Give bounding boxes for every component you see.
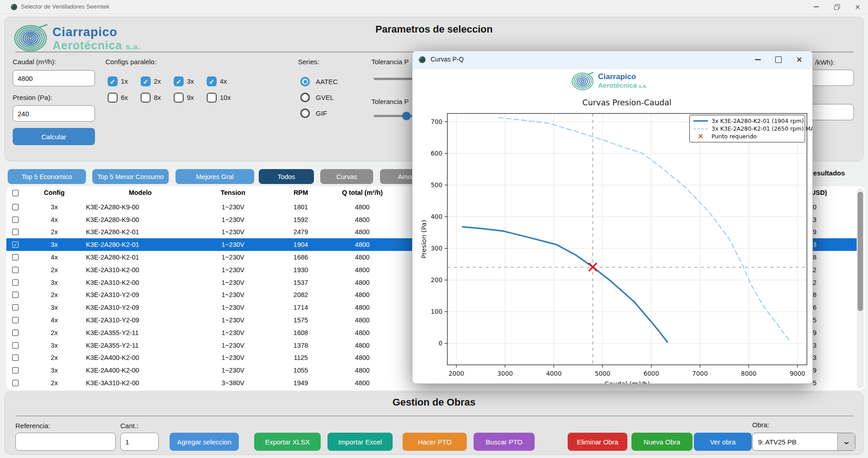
cell-qtotal: 4800 — [324, 329, 401, 336]
chart-legend: 3x K3E-2A280-K2-01 (1904 rpm) 3x K3E-2A2… — [689, 115, 805, 142]
buscar-pto-button[interactable]: Buscar PTO — [474, 433, 535, 451]
series-radio-GVEL[interactable] — [300, 93, 310, 102]
select-all-checkbox[interactable] — [12, 190, 19, 196]
config-checkbox-8x[interactable] — [141, 93, 151, 103]
cell-modelo: K3E-2A310-K2-00 — [86, 266, 194, 274]
cant-label: Cant.: — [120, 422, 138, 430]
svg-text:0: 0 — [438, 340, 442, 347]
minimize-button[interactable] — [806, 0, 826, 14]
svg-text:7000: 7000 — [692, 370, 707, 377]
cell-config: 2x — [23, 266, 86, 274]
brand-sub: Aerotécnica s.a. — [52, 39, 140, 52]
row-checkbox[interactable] — [12, 204, 19, 210]
obra-label: Obra: — [752, 421, 769, 429]
config-checkbox-3x[interactable]: ✓ — [174, 76, 184, 86]
cell-usd: 0 — [813, 203, 849, 211]
cell-rpm: 1904 — [276, 241, 326, 248]
column-header-usd[interactable]: (USD) — [809, 189, 854, 196]
config-checkbox-2x[interactable]: ✓ — [141, 76, 151, 86]
column-header-q-total-m-h-[interactable]: Q total (m³/h) — [324, 189, 401, 196]
tab-mejores-gral[interactable]: Mejores Gral — [175, 169, 254, 184]
eliminar-obra-button[interactable]: Eliminar Obra — [568, 433, 627, 451]
presion-input[interactable] — [13, 105, 95, 122]
config-checkbox-9x[interactable] — [174, 93, 184, 103]
cell-modelo: K3E-2A400-K2-00 — [86, 354, 194, 361]
dialog-maximize-button[interactable] — [768, 51, 789, 68]
obra-select[interactable]: 9: ATV25 PB ⌄ — [752, 433, 855, 451]
cell-config: 2x — [23, 329, 86, 336]
tab-todos[interactable]: Todos — [259, 169, 314, 184]
close-button[interactable]: ✕ — [847, 0, 868, 14]
series-label-GIF: GIF — [316, 109, 327, 117]
row-checkbox[interactable] — [12, 229, 19, 235]
series-radio-GIF[interactable] — [300, 109, 310, 118]
row-checkbox[interactable] — [12, 367, 19, 373]
row-checkbox[interactable] — [12, 217, 19, 223]
table-scrollbar-thumb[interactable] — [858, 192, 863, 311]
brand-suffix: s.a. — [126, 42, 140, 51]
config-label-10x: 10x — [220, 94, 231, 101]
tab-curvas[interactable]: Curvas — [320, 169, 373, 184]
row-checkbox[interactable] — [12, 354, 19, 361]
legend-item-point: ✕ Punto requerido — [693, 132, 801, 140]
cell-modelo: K3E-2A310-Y2-09 — [86, 316, 194, 324]
ver-obra-button[interactable]: Ver obra — [694, 433, 752, 451]
tab-top-5-menor-consumo[interactable]: Top 5 Menor Consumo — [92, 169, 169, 184]
nueva-obra-button[interactable]: Nueva Obra — [631, 433, 693, 451]
window-title: Selector de Ventiladores Seemtek — [21, 3, 109, 10]
row-checkbox[interactable] — [12, 330, 19, 336]
config-label-8x: 8x — [154, 94, 161, 101]
config-checkbox-6x[interactable] — [108, 93, 118, 103]
calcular-button[interactable]: Calcular — [13, 128, 95, 145]
cant-input[interactable] — [120, 433, 159, 451]
row-checkbox[interactable] — [12, 342, 19, 349]
row-checkbox[interactable] — [12, 254, 19, 260]
cell-config: 2x — [23, 379, 86, 387]
agregar-seleccion-button[interactable]: Agregar seleccion — [170, 433, 239, 451]
importar-excel-button[interactable]: Importar Excel — [327, 433, 393, 451]
cell-rpm: 1801 — [276, 203, 326, 211]
row-checkbox[interactable] — [12, 279, 19, 286]
caudal-input[interactable] — [13, 70, 95, 86]
check-icon: ✓ — [143, 78, 149, 85]
row-checkbox[interactable] — [12, 304, 19, 311]
column-header-config[interactable]: Config — [23, 189, 86, 196]
tolerancia1-slider[interactable] — [374, 78, 417, 80]
row-checkbox[interactable]: ✓ — [12, 241, 19, 248]
row-checkbox[interactable] — [12, 317, 19, 323]
row-checkbox[interactable] — [12, 267, 19, 273]
cell-usd: 5 — [813, 316, 849, 324]
column-header-modelo[interactable]: Modelo — [86, 189, 194, 196]
curvas-pq-dialog: Curvas P-Q ✕ Ciarrapico Aerotécnica s.a.… — [412, 51, 813, 384]
row-checkbox[interactable] — [12, 292, 19, 298]
cell-rpm: 1125 — [276, 354, 326, 361]
cell-modelo: K3E-2A310-Y2-09 — [86, 304, 194, 311]
tolerancia2-slider-handle[interactable] — [402, 112, 411, 120]
panel-title: Parametros de seleccion — [5, 24, 863, 35]
chevron-down-icon[interactable]: ⌄ — [837, 433, 855, 450]
config-checkbox-1x[interactable]: ✓ — [108, 76, 118, 86]
cell-usd: 3 — [813, 342, 849, 349]
obras-separator — [15, 416, 854, 416]
restore-button[interactable] — [826, 0, 847, 14]
series-radio-AATEC[interactable] — [300, 77, 310, 86]
dialog-close-button[interactable]: ✕ — [789, 51, 810, 68]
config-label-6x: 6x — [121, 94, 128, 101]
cell-modelo: K3E-2A355-Y2-11 — [86, 329, 194, 336]
cell-tension: 1~230V — [190, 329, 276, 336]
config-checkbox-10x[interactable] — [207, 93, 217, 103]
tab-top-5-economico[interactable]: Top 5 Economico — [8, 169, 86, 184]
cell-tension: 1~230V — [190, 279, 276, 286]
hacer-pto-button[interactable]: Hacer PTO — [403, 433, 467, 451]
cell-rpm: 2082 — [276, 291, 326, 298]
cell-rpm: 1930 — [276, 266, 326, 274]
column-header-rpm[interactable]: RPM — [276, 189, 326, 196]
row-checkbox[interactable] — [12, 380, 19, 386]
legend-label: 3x K3E-2A280-K2-01 (1904 rpm) — [711, 118, 804, 124]
config-checkbox-4x[interactable]: ✓ — [207, 76, 217, 86]
exportar-xlsx-button[interactable]: Exportar XLSX — [254, 433, 321, 451]
dialog-minimize-button[interactable] — [747, 51, 768, 68]
column-header-tension[interactable]: Tension — [190, 189, 276, 196]
referencia-input[interactable] — [15, 433, 116, 451]
tolerancia2-label: Tolerancia P — [371, 98, 409, 105]
